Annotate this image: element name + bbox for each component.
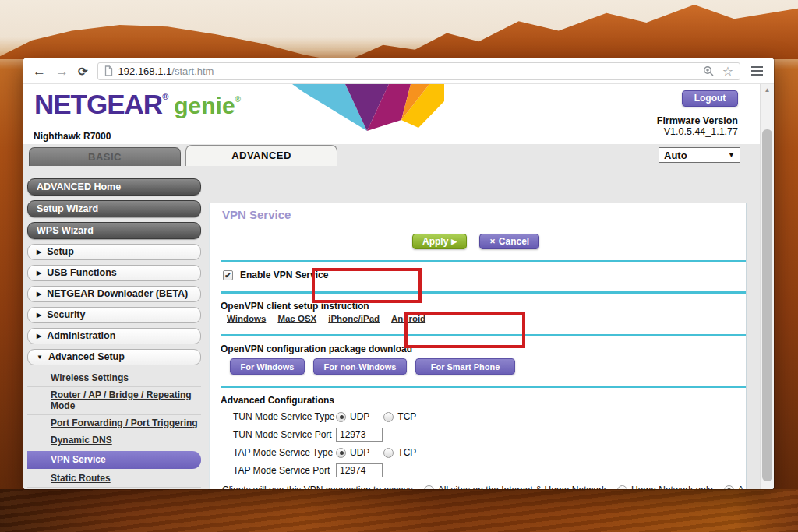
- enable-vpn-checkbox[interactable]: ✔: [223, 270, 233, 280]
- sidebar-item-vpn-service[interactable]: VPN Service: [27, 451, 201, 469]
- link-windows[interactable]: Windows: [227, 314, 266, 323]
- tun-tcp-radio[interactable]: [383, 412, 394, 422]
- scroll-up-icon[interactable]: ▲: [761, 84, 774, 97]
- sidebar-item-label: NETGEAR Downloader (BETA): [47, 286, 188, 302]
- chevron-right-icon: ▶: [37, 328, 41, 344]
- for-non-windows-button[interactable]: For non-Windows: [313, 358, 407, 375]
- sidebar-nav: ADVANCED Home Setup Wizard WPS Wizard ▶ …: [27, 178, 201, 489]
- client-setup-heading: OpenVPN client setup instruction: [221, 301, 746, 312]
- chevron-right-icon: ▶: [37, 265, 41, 281]
- divider: [221, 260, 746, 262]
- bookmark-star-icon[interactable]: ☆: [722, 64, 733, 79]
- sidebar-item-setup[interactable]: ▶ Setup: [27, 244, 201, 260]
- sidebar-item-administration[interactable]: ▶ Administration: [27, 328, 201, 344]
- tun-port-input[interactable]: [336, 428, 383, 442]
- sidebar-item-usb-functions[interactable]: ▶ USB Functions: [27, 265, 201, 281]
- tap-port-label: TAP Mode Service Port: [233, 465, 336, 476]
- sidebar-item-wireless-settings[interactable]: Wireless Settings: [27, 370, 201, 387]
- tap-type-row: TAP Mode Service Type UDP TCP: [233, 446, 746, 460]
- url-host: 192.168.1.1: [118, 65, 172, 77]
- tab-advanced[interactable]: ADVANCED: [185, 145, 337, 166]
- for-windows-button[interactable]: For Windows: [230, 358, 305, 375]
- sidebar-item-label: USB Functions: [47, 265, 117, 281]
- chevron-down-icon: ▼: [37, 349, 43, 365]
- mode-dropdown[interactable]: Auto ▼: [659, 147, 740, 163]
- sidebar-item-advanced-home[interactable]: ADVANCED Home: [27, 178, 201, 196]
- mode-dropdown-value: Auto: [664, 150, 687, 161]
- firmware-label: Firmware Version: [657, 115, 738, 126]
- tap-port-input[interactable]: [336, 463, 383, 477]
- udp-label: UDP: [350, 447, 369, 458]
- link-mac-osx[interactable]: Mac OSX: [277, 314, 316, 323]
- tun-port-label: TUN Mode Service Port: [233, 429, 336, 440]
- vpn-access-row: Clients will use this VPN connection to …: [222, 484, 746, 489]
- access-auto-label-clipped: A: [738, 484, 744, 489]
- registered-mark: ®: [235, 95, 241, 104]
- tap-type-label: TAP Mode Service Type: [233, 447, 336, 458]
- tcp-label: TCP: [397, 447, 416, 458]
- apply-label: Apply: [422, 236, 448, 247]
- firmware-version: V1.0.5.44_1.1.77: [657, 126, 738, 137]
- sidebar-item-router-ap-bridge[interactable]: Router / AP / Bridge / Repeating Mode: [27, 387, 201, 415]
- url-input[interactable]: 192.168.1.1/start.htm ☆: [97, 62, 740, 80]
- x-icon: ✕: [489, 238, 496, 245]
- scrollbar[interactable]: ▲: [760, 84, 774, 489]
- url-text: 192.168.1.1/start.htm: [118, 65, 214, 77]
- router-admin-page: NETGEAR®genie® Nighthawk R7000 Logout Fi…: [23, 84, 760, 489]
- chevron-down-icon: ▼: [728, 151, 735, 159]
- logo-ribbon-shapes: [292, 84, 444, 132]
- package-download-buttons: For Windows For non-Windows For Smart Ph…: [230, 358, 746, 375]
- sidebar-item-label: Administration: [47, 328, 115, 344]
- menu-button[interactable]: [750, 65, 764, 78]
- sidebar-item-port-forwarding[interactable]: Port Forwarding / Port Triggering: [27, 415, 201, 432]
- chevron-right-icon: ▶: [37, 244, 41, 260]
- scrollbar-thumb[interactable]: [762, 129, 772, 481]
- sidebar-item-wps-wizard[interactable]: WPS Wizard: [27, 222, 201, 239]
- apply-button[interactable]: Apply ▶: [412, 234, 467, 249]
- sidebar-item-label: Advanced Setup: [48, 349, 125, 365]
- page-title: VPN Service: [222, 208, 746, 221]
- access-auto-radio[interactable]: [724, 485, 734, 490]
- sidebar-item-label: Security: [47, 307, 85, 323]
- back-button[interactable]: ←: [33, 65, 46, 78]
- cancel-label: Cancel: [499, 236, 529, 247]
- sidebar-item-dynamic-dns[interactable]: Dynamic DNS: [27, 432, 201, 449]
- link-android[interactable]: Android: [391, 314, 425, 323]
- for-smart-phone-button[interactable]: For Smart Phone: [415, 358, 515, 375]
- tcp-label: TCP: [397, 411, 416, 422]
- access-all-sites-radio[interactable]: [424, 485, 434, 490]
- access-all-sites-label: All sites on the Internet & Home Network: [438, 484, 606, 489]
- access-home-only-radio[interactable]: [617, 485, 627, 490]
- zoom-icon[interactable]: [703, 65, 715, 77]
- sidebar-item-setup-wizard[interactable]: Setup Wizard: [27, 200, 201, 217]
- divider: [221, 334, 746, 336]
- page-icon: [104, 65, 113, 76]
- package-download-heading: OpenVPN configuration package download: [221, 344, 746, 354]
- tun-type-row: TUN Mode Service Type UDP TCP: [233, 410, 746, 424]
- sidebar-item-label: Setup: [47, 244, 74, 260]
- chevron-right-icon: ▶: [37, 307, 41, 323]
- tun-port-row: TUN Mode Service Port: [233, 428, 746, 442]
- sidebar-item-remote-management[interactable]: Remote Management: [27, 488, 201, 489]
- tap-udp-radio[interactable]: [336, 448, 346, 458]
- sidebar-item-advanced-setup[interactable]: ▼ Advanced Setup: [27, 349, 201, 365]
- cancel-button[interactable]: ✕ Cancel: [479, 234, 539, 249]
- tun-udp-radio[interactable]: [336, 412, 346, 422]
- url-path: /start.htm: [171, 65, 214, 77]
- desert-dune-bottom: [0, 489, 798, 532]
- link-iphone-ipad[interactable]: iPhone/iPad: [328, 314, 380, 323]
- client-setup-links: Windows Mac OSX iPhone/iPad Android: [227, 314, 746, 323]
- sidebar-item-security[interactable]: ▶ Security: [27, 307, 201, 323]
- advanced-setup-sublist: Wireless Settings Router / AP / Bridge /…: [27, 370, 201, 489]
- enable-vpn-row: ✔ Enable VPN Service: [223, 270, 746, 280]
- access-home-only-label: Home Network only: [631, 484, 713, 489]
- sidebar-item-static-routes[interactable]: Static Routes: [27, 470, 201, 488]
- reload-button[interactable]: ⟳: [78, 65, 88, 77]
- sidebar-item-netgear-downloader[interactable]: ▶ NETGEAR Downloader (BETA): [27, 286, 201, 302]
- logout-button[interactable]: Logout: [682, 90, 738, 107]
- udp-label: UDP: [350, 411, 369, 422]
- netgear-logo-text: NETGEAR: [34, 89, 162, 119]
- forward-button[interactable]: →: [55, 65, 69, 78]
- tap-tcp-radio[interactable]: [383, 448, 394, 458]
- tab-basic[interactable]: BASIC: [29, 147, 181, 166]
